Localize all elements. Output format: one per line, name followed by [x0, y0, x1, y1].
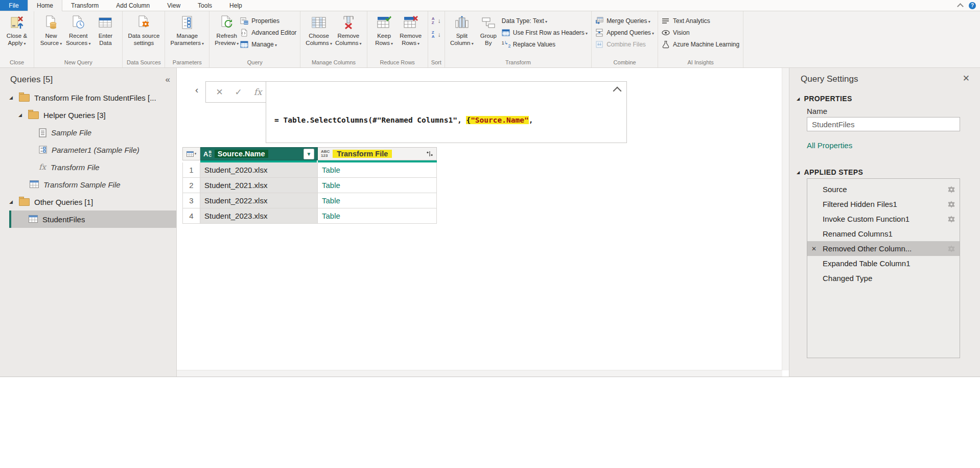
split-column-icon — [454, 15, 470, 30]
query-settings-panel: Query Settings ✕ ◢ PROPERTIES Name All P… — [789, 68, 980, 377]
advanced-editor-icon — [240, 29, 248, 37]
group-by-button[interactable]: GroupBy — [475, 14, 502, 48]
refresh-preview-button[interactable]: RefreshPreview — [213, 14, 240, 48]
data-type-button[interactable]: Data Type: Text — [502, 16, 588, 25]
manage-button[interactable]: Manage — [240, 40, 296, 49]
tab-add-column[interactable]: Add Column — [107, 0, 158, 11]
remove-columns-button[interactable]: RemoveColumns — [334, 14, 363, 48]
group-label-sort: Sort — [428, 59, 445, 67]
properties-section-header[interactable]: ◢ PROPERTIES — [797, 95, 852, 103]
remove-rows-button[interactable]: RemoveRows — [398, 14, 424, 48]
help-icon[interactable]: ? — [969, 2, 976, 9]
expander-icon[interactable]: ◢ — [9, 95, 14, 100]
delete-step-icon[interactable]: ✕ — [811, 245, 816, 252]
step-expanded-table-column1[interactable]: Expanded Table Column1 — [807, 256, 960, 271]
query-tree-item-studentfiles[interactable]: StudentFiles — [9, 210, 176, 228]
applied-steps-section-header[interactable]: ◢ APPLIED STEPS — [797, 168, 863, 176]
gear-icon[interactable] — [947, 245, 955, 253]
step-changed-type[interactable]: Changed Type — [807, 271, 960, 286]
vertical-scrollbar[interactable] — [782, 68, 789, 370]
row-number[interactable]: 4 — [182, 208, 200, 224]
split-column-button[interactable]: SplitColumn — [449, 14, 475, 48]
cell-table-link[interactable]: Table — [318, 193, 437, 208]
confirm-formula-icon[interactable]: ✓ — [235, 87, 242, 98]
vision-button[interactable]: Vision — [662, 28, 739, 37]
tab-view[interactable]: View — [158, 0, 189, 11]
query-tree-group-transform-file-from-studentfiles[interactable]: ◢ Transform File from StudentFiles [... — [0, 89, 176, 106]
cell-source-name[interactable]: Student_2023.xlsx — [200, 208, 318, 224]
row-number[interactable]: 3 — [182, 193, 200, 208]
text-analytics-button[interactable]: Text Analytics — [662, 16, 739, 25]
cell-table-link[interactable]: Table — [318, 178, 437, 193]
cancel-formula-icon[interactable]: ✕ — [216, 87, 223, 98]
close-icon[interactable]: ✕ — [963, 73, 970, 84]
file-menu-button[interactable]: File — [0, 0, 28, 11]
query-tree-item-transform-sample-file[interactable]: Transform Sample File — [0, 176, 176, 193]
query-name-input[interactable] — [807, 117, 960, 131]
tab-help[interactable]: Help — [221, 0, 251, 11]
cell-source-name[interactable]: Student_2020.xlsx — [200, 162, 318, 178]
merge-queries-button[interactable]: Merge Queries — [595, 16, 654, 25]
recent-sources-button[interactable]: RecentSources — [64, 14, 92, 48]
step-removed-other-columns-selected[interactable]: ✕ Removed Other Column... — [807, 241, 960, 256]
close-and-apply-button[interactable]: Close &Apply — [4, 14, 30, 48]
choose-columns-button[interactable]: ChooseColumns — [304, 14, 334, 48]
tab-tools[interactable]: Tools — [189, 0, 221, 11]
all-properties-link[interactable]: All Properties — [807, 141, 852, 150]
step-filtered-hidden-files1[interactable]: Filtered Hidden Files1 — [807, 197, 960, 212]
formula-action-bar: ✕ ✓ fx — [205, 81, 272, 103]
column-header-source-name[interactable]: ABC Source.Name ▼ — [200, 147, 318, 160]
query-tree-item-parameter1[interactable]: Parameter1 (Sample File) — [0, 141, 176, 158]
formula-bar-expand-icon[interactable] — [613, 87, 622, 96]
horizontal-scrollbar[interactable] — [177, 370, 782, 377]
select-all-corner-button[interactable]: ▾ — [182, 147, 200, 160]
append-queries-button[interactable]: Append Queries — [595, 28, 654, 37]
row-number[interactable]: 1 — [182, 162, 200, 178]
azure-machine-learning-button[interactable]: Azure Machine Learning — [662, 40, 739, 49]
cell-source-name[interactable]: Student_2021.xlsx — [200, 178, 318, 193]
step-renamed-columns1[interactable]: Renamed Columns1 — [807, 226, 960, 241]
enter-data-button[interactable]: EnterData — [92, 14, 119, 48]
replace-values-button[interactable]: 1↳2 Replace Values — [502, 40, 588, 49]
gear-icon[interactable] — [947, 215, 955, 223]
keep-rows-button[interactable]: KeepRows — [371, 14, 398, 48]
expander-icon: ◢ — [797, 170, 800, 175]
gear-icon[interactable] — [947, 200, 955, 208]
cell-table-link[interactable]: Table — [318, 208, 437, 224]
step-source[interactable]: Source — [807, 182, 960, 197]
tab-home[interactable]: Home — [28, 0, 62, 11]
add-function-icon[interactable]: fx — [254, 87, 262, 97]
collapse-queries-pane-icon[interactable]: « — [166, 76, 170, 83]
row-number[interactable]: 2 — [182, 178, 200, 193]
step-invoke-custom-function1[interactable]: Invoke Custom Function1 — [807, 212, 960, 226]
query-tree-group-other-queries[interactable]: ◢ Other Queries [1] — [0, 193, 176, 210]
query-tree-group-helper-queries[interactable]: ◢ Helper Queries [3] — [0, 106, 176, 124]
expand-column-icon[interactable] — [426, 150, 433, 157]
collapse-ribbon-icon[interactable] — [957, 3, 964, 10]
formula-bar-input[interactable]: = Table.SelectColumns(#"Renamed Columns1… — [266, 81, 627, 143]
use-first-row-as-headers-button[interactable]: Use First Row as Headers — [502, 28, 588, 37]
new-source-button[interactable]: NewSource — [38, 14, 64, 48]
formula-bar-collapse-icon[interactable]: ‹ — [195, 84, 198, 96]
group-by-icon — [481, 15, 496, 30]
tab-transform[interactable]: Transform — [62, 0, 107, 11]
gear-icon[interactable] — [947, 185, 955, 194]
expander-icon[interactable]: ◢ — [9, 199, 14, 204]
properties-button[interactable]: Properties — [240, 16, 296, 25]
query-tree-item-transform-file-function[interactable]: fx Transform File — [0, 158, 176, 176]
button-label: RecentSources — [66, 32, 90, 46]
button-label: RemoveColumns — [335, 32, 362, 46]
expander-icon[interactable]: ◢ — [18, 112, 24, 118]
sort-descending-button[interactable]: ZA↓ — [432, 30, 441, 39]
query-tree-item-sample-file[interactable]: Sample File — [0, 124, 176, 141]
cell-table-link[interactable]: Table — [318, 162, 437, 178]
queries-pane-title: Queries [5] — [10, 75, 53, 85]
column-header-transform-file[interactable]: ABC123 Transform File — [318, 147, 437, 160]
data-source-settings-button[interactable]: Data sourcesettings — [126, 14, 161, 48]
advanced-editor-button[interactable]: Advanced Editor — [240, 28, 296, 37]
filter-dropdown-icon[interactable]: ▼ — [304, 149, 314, 159]
cell-source-name[interactable]: Student_2022.xlsx — [200, 193, 318, 208]
combine-files-button[interactable]: Combine Files — [595, 40, 654, 49]
manage-parameters-button[interactable]: ManageParameters — [169, 14, 205, 48]
sort-ascending-button[interactable]: AZ↓ — [432, 16, 441, 25]
